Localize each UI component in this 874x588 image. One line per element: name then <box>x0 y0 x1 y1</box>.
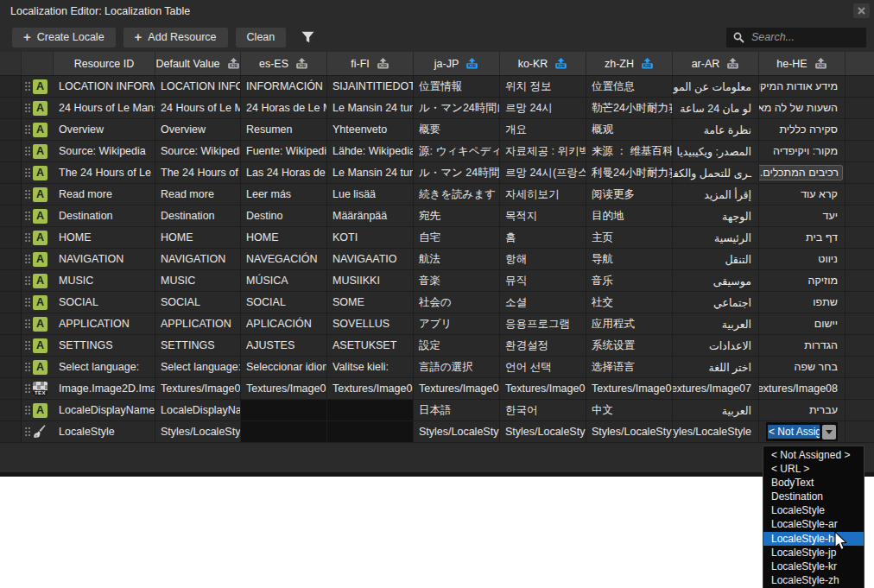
chevron-down-icon[interactable] <box>822 425 836 439</box>
cell-default-value[interactable]: LocaleDisplayNam <box>155 400 241 420</box>
row-drag-handle[interactable] <box>22 313 33 334</box>
cell-he-HE[interactable]: סקירה כללית <box>759 119 846 140</box>
cell-ja-JP[interactable]: 言語の選択 <box>414 357 500 377</box>
cell-resource-id[interactable]: NAVIGATION <box>54 249 155 269</box>
cell-fi-FI[interactable]: SOME <box>327 292 414 313</box>
cell-es-ES[interactable]: Resumen <box>241 119 327 140</box>
cell-default-value[interactable]: Overview <box>155 119 241 140</box>
cell-he-HE[interactable]: Textures/Image08 <box>759 378 846 399</box>
cell-fi-FI[interactable]: SIJAINTITIEDOT <box>327 76 414 97</box>
cell-zh-ZH[interactable]: 位置信息 <box>586 76 673 97</box>
cell-default-value[interactable]: Source: Wikipedia <box>155 141 241 161</box>
export-icon[interactable]: K2B <box>377 58 390 69</box>
cell-fi-FI[interactable]: Määränpää <box>327 205 414 226</box>
dropdown-item[interactable]: LocaleStyle <box>763 503 864 517</box>
row-drag-handle[interactable] <box>22 270 33 291</box>
cell-zh-ZH[interactable]: 来源 ： 维基百科 <box>586 141 673 161</box>
cell-default-value[interactable]: NAVIGATION <box>155 249 241 269</box>
cell-fi-FI[interactable]: NAVIGAATIO <box>327 249 414 269</box>
cell-es-ES[interactable]: NAVEGACIÓN <box>241 249 327 269</box>
cell-default-value[interactable]: Select language: <box>155 357 241 377</box>
locale-style-combobox[interactable]: < Not Assigne <box>766 422 838 441</box>
column-header-ar-AR[interactable]: ar-AR K2B <box>673 52 759 75</box>
cell-resource-id[interactable]: Source: Wikipedia <box>54 141 155 161</box>
dropdown-item[interactable]: LocaleStyle-kr <box>763 560 864 573</box>
cell-he-HE[interactable]: קרא עוד <box>759 184 846 205</box>
search-input[interactable] <box>750 30 859 44</box>
cell-ar-AR[interactable]: التنقل <box>673 249 759 269</box>
row-drag-handle[interactable] <box>22 400 33 420</box>
dropdown-item[interactable]: BodyText <box>763 476 864 490</box>
cell-es-ES[interactable] <box>241 421 327 442</box>
export-icon[interactable]: K2B <box>554 58 567 69</box>
cell-ar-AR[interactable]: Styles/LocaleStyle <box>673 421 759 442</box>
cell-fi-FI[interactable] <box>327 421 414 442</box>
cell-ja-JP[interactable]: 航法 <box>414 249 500 269</box>
cell-ar-AR[interactable]: Textures/Image07 <box>673 378 759 399</box>
row-drag-handle[interactable] <box>22 141 33 161</box>
cell-zh-ZH[interactable]: 概观 <box>586 119 673 140</box>
cell-zh-ZH[interactable]: 音乐 <box>586 270 673 291</box>
cell-fi-FI[interactable]: MUSIIKKI <box>327 270 414 291</box>
cell-ja-JP[interactable]: 社会の <box>414 292 500 313</box>
column-header-zh-ZH[interactable]: zh-ZH K2B <box>586 52 673 75</box>
cell-ar-AR[interactable]: اختر اللغة <box>673 357 759 377</box>
cell-he-HE[interactable]: רכיבים המתכלים... <box>759 162 846 183</box>
cell-resource-id[interactable]: LocaleStyle <box>54 421 155 442</box>
cell-he-HE[interactable]: השעות של לה מאן <box>759 98 846 118</box>
cell-es-ES[interactable]: MÚSICA <box>241 270 327 291</box>
cell-ko-KR[interactable]: 환경설정 <box>500 335 586 356</box>
cell-ja-JP[interactable]: 宛先 <box>414 205 500 226</box>
cell-ko-KR[interactable]: Styles/LocaleStyle <box>500 421 586 442</box>
cell-he-HE[interactable]: עברית <box>759 400 846 420</box>
cell-he-HE[interactable]: בחר שפה <box>759 357 846 377</box>
cell-ar-AR[interactable]: ـرى للتحمل والكفاءة. <box>673 162 759 183</box>
dropdown-item[interactable]: LocaleStyle-zh <box>763 573 864 587</box>
cell-es-ES[interactable]: Seleccionar idiom <box>241 357 327 377</box>
cell-ko-KR[interactable]: 르망 24시 <box>500 98 586 118</box>
filter-button[interactable] <box>301 31 314 43</box>
cell-fi-FI[interactable]: Lähde: Wikipedia <box>327 141 414 161</box>
dropdown-item[interactable]: < Not Assigned > <box>763 448 864 462</box>
export-icon[interactable]: K2B <box>641 58 654 69</box>
cell-resource-id[interactable]: APPLICATION <box>54 313 155 334</box>
column-header-es-ES[interactable]: es-ES K2B <box>241 52 327 75</box>
cell-es-ES[interactable]: Las 24 Horas de L <box>241 162 327 183</box>
export-icon[interactable]: K2B <box>726 58 739 69</box>
cell-fi-FI[interactable]: Textures/Image03 <box>327 378 414 399</box>
cell-es-ES[interactable]: HOME <box>241 227 327 248</box>
cell-default-value[interactable]: The 24 Hours of L <box>155 162 241 183</box>
cell-resource-id[interactable]: Destination <box>54 205 155 226</box>
cell-ar-AR[interactable]: الاعدادات <box>673 335 759 356</box>
cell-es-ES[interactable] <box>241 400 327 420</box>
cell-ko-KR[interactable]: 자료제공 : 위키백 <box>500 141 586 161</box>
cell-ko-KR[interactable]: 홈 <box>500 227 586 248</box>
cell-zh-ZH[interactable]: 阅读更多 <box>586 184 673 205</box>
cell-resource-id[interactable]: 24 Hours of Le Mans <box>54 98 155 118</box>
cell-resource-id[interactable]: SOCIAL <box>54 292 155 313</box>
cell-zh-ZH[interactable]: 利曼24小时耐力赛 <box>586 162 673 183</box>
cell-he-HE[interactable]: הגדרות <box>759 335 846 356</box>
cell-fi-FI[interactable]: Le Mansin 24 tunn <box>327 98 414 118</box>
cell-ja-JP[interactable]: 続きを読みます <box>414 184 500 205</box>
cell-ko-KR[interactable]: 한국어 <box>500 400 586 420</box>
cell-fi-FI[interactable]: Yhteenveto <box>327 119 414 140</box>
cell-zh-ZH[interactable]: Textures/Image06 <box>586 378 673 399</box>
cell-resource-id[interactable]: SETTINGS <box>54 335 155 356</box>
cell-ja-JP[interactable]: アプリ <box>414 313 500 334</box>
cell-ar-AR[interactable]: معلومات عن الموقع <box>673 76 759 97</box>
row-drag-handle[interactable] <box>22 162 33 183</box>
cell-resource-id[interactable]: Overview <box>54 119 155 140</box>
dropdown-item[interactable]: LocaleStyle-ar <box>763 517 864 531</box>
row-drag-handle[interactable] <box>22 119 33 140</box>
cell-ar-AR[interactable]: العربية <box>673 313 759 334</box>
cell-resource-id[interactable]: MUSIC <box>54 270 155 291</box>
cell-default-value[interactable]: SOCIAL <box>155 292 241 313</box>
cell-ko-KR[interactable]: 위치 정보 <box>500 76 586 97</box>
cell-ar-AR[interactable]: العربية <box>673 400 759 420</box>
cell-es-ES[interactable]: AJUSTES <box>241 335 327 356</box>
column-header-ko-KR[interactable]: ko-KR K2B <box>500 52 586 75</box>
cell-ar-AR[interactable]: موسيقى <box>673 270 759 291</box>
cell-ja-JP[interactable]: 日本語 <box>414 400 500 420</box>
cell-default-value[interactable]: Read more <box>155 184 241 205</box>
